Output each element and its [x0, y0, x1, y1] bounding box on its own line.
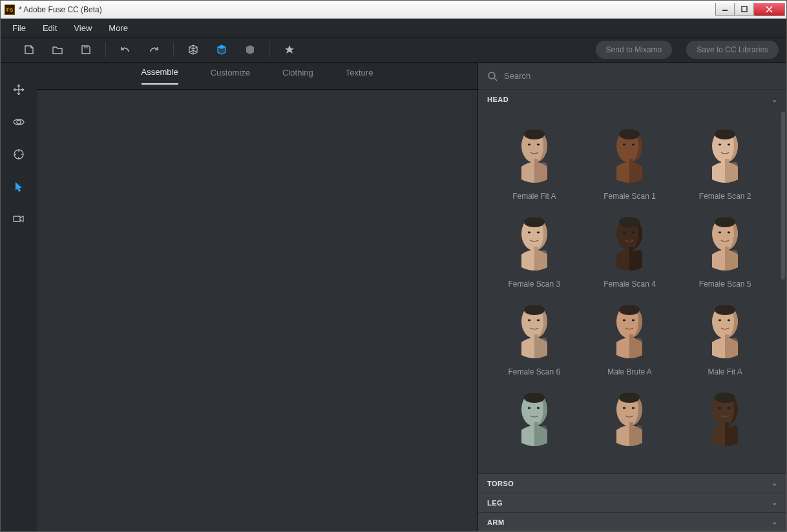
- menubar: File Edit View More: [1, 19, 786, 37]
- svg-rect-28: [534, 247, 538, 257]
- toolbar-cube-solid-button[interactable]: [240, 39, 260, 60]
- head-thumb-icon: [511, 210, 558, 272]
- window-close-button[interactable]: [754, 3, 785, 16]
- chevron-down-icon: ⌄: [771, 498, 778, 507]
- svg-point-41: [719, 232, 721, 234]
- toolbar-favorite-button[interactable]: [279, 39, 300, 60]
- svg-point-54: [632, 320, 635, 322]
- toolbar-cube-shaded-button[interactable]: [211, 39, 232, 60]
- svg-point-20: [715, 129, 735, 139]
- svg-point-8: [524, 129, 545, 139]
- toolbar: Send to Mixamo Save to CC Libraries: [1, 37, 786, 63]
- asset-label: Female Scan 6: [508, 367, 560, 376]
- svg-rect-70: [629, 422, 633, 433]
- svg-point-71: [623, 407, 625, 409]
- category-leg[interactable]: LEG ⌄: [478, 493, 786, 512]
- asset-label: Female Scan 2: [699, 192, 751, 201]
- separator: [105, 42, 106, 57]
- scrollbar-thumb[interactable]: [781, 112, 785, 280]
- svg-point-44: [524, 305, 545, 315]
- menu-view[interactable]: View: [67, 21, 98, 36]
- menu-file[interactable]: File: [6, 21, 32, 36]
- asset-item[interactable]: Female Scan 3: [488, 205, 580, 289]
- svg-point-18: [632, 144, 635, 146]
- tool-target[interactable]: [10, 145, 28, 163]
- svg-point-66: [537, 407, 540, 409]
- tab-texture[interactable]: Texture: [346, 68, 373, 84]
- toolbar-new-button[interactable]: [19, 39, 39, 60]
- folder-icon: [52, 44, 63, 56]
- asset-label: Female Scan 1: [603, 192, 656, 201]
- asset-item[interactable]: Female Scan 1: [584, 117, 676, 201]
- tool-camera[interactable]: [10, 210, 28, 228]
- search-input[interactable]: [504, 71, 777, 81]
- svg-point-62: [524, 393, 545, 403]
- svg-rect-46: [534, 334, 538, 345]
- svg-rect-10: [534, 159, 538, 169]
- category-arm[interactable]: ARM ⌄: [478, 512, 786, 531]
- category-label: TORSO: [487, 480, 514, 487]
- left-toolstrip: [1, 63, 37, 531]
- category-label: LEG: [487, 499, 503, 507]
- asset-item[interactable]: Female Scan 4: [584, 205, 676, 289]
- viewport-3d[interactable]: [37, 90, 477, 531]
- asset-item[interactable]: Female Fit A: [488, 117, 580, 201]
- svg-point-17: [623, 144, 625, 146]
- toolbar-redo-button[interactable]: [143, 39, 164, 60]
- cube-wire-icon: [187, 44, 199, 56]
- toolbar-open-button[interactable]: [47, 39, 68, 60]
- tab-customize[interactable]: Customize: [211, 68, 250, 84]
- titlebar: Fs * Adobe Fuse CC (Beta): [1, 1, 786, 19]
- svg-point-68: [619, 393, 640, 403]
- category-torso[interactable]: TORSO ⌄: [478, 473, 786, 493]
- head-thumb-icon: [606, 210, 653, 272]
- tool-pointer[interactable]: [10, 178, 28, 196]
- tab-clothing[interactable]: Clothing: [282, 68, 313, 84]
- asset-item[interactable]: [584, 380, 676, 455]
- head-thumb-icon: [702, 298, 748, 360]
- menu-edit[interactable]: Edit: [36, 21, 63, 36]
- tool-orbit[interactable]: [10, 113, 28, 131]
- send-to-mixamo-button[interactable]: Send to Mixamo: [596, 41, 673, 59]
- asset-label: Female Scan 4: [603, 280, 656, 289]
- tool-move[interactable]: [10, 81, 28, 99]
- asset-label: Male Fit A: [708, 367, 742, 376]
- menu-more[interactable]: More: [102, 21, 134, 36]
- minimize-icon: [722, 6, 728, 12]
- asset-item[interactable]: Female Scan 2: [679, 117, 771, 201]
- svg-point-24: [728, 144, 730, 146]
- svg-point-78: [728, 407, 730, 409]
- target-icon: [13, 148, 25, 160]
- svg-point-32: [619, 217, 640, 227]
- tab-assemble[interactable]: Assemble: [142, 67, 178, 85]
- asset-item[interactable]: [488, 380, 580, 455]
- asset-item[interactable]: Female Scan 6: [488, 292, 580, 376]
- asset-item[interactable]: Male Brute A: [584, 292, 676, 376]
- svg-rect-2: [84, 46, 88, 48]
- category-label: HEAD: [487, 96, 509, 103]
- toolbar-undo-button[interactable]: [115, 39, 136, 60]
- toolbar-cube-wire-button[interactable]: [183, 39, 204, 60]
- window-maximize-button[interactable]: [735, 3, 754, 16]
- head-thumb-icon: [511, 123, 558, 185]
- cube-shaded-icon: [216, 44, 227, 56]
- svg-rect-76: [725, 422, 729, 433]
- window-minimize-button[interactable]: [715, 3, 735, 16]
- save-to-libraries-button[interactable]: Save to CC Libraries: [686, 41, 779, 59]
- chevron-down-icon: ⌄: [771, 96, 778, 104]
- window-title: * Adobe Fuse CC (Beta): [19, 5, 715, 14]
- mode-tabs: Assemble Customize Clothing Texture: [37, 63, 477, 90]
- svg-rect-34: [629, 247, 633, 257]
- svg-point-59: [719, 320, 721, 322]
- asset-item[interactable]: Female Scan 5: [679, 205, 771, 289]
- asset-item[interactable]: Male Fit A: [679, 292, 771, 376]
- toolbar-save-button[interactable]: [76, 39, 96, 60]
- svg-point-14: [619, 129, 640, 139]
- svg-point-23: [719, 144, 721, 146]
- category-head[interactable]: HEAD ⌄: [478, 90, 786, 109]
- asset-scroll[interactable]: Female Fit A Female Scan 1 Female Scan 2: [478, 109, 786, 473]
- svg-point-26: [524, 217, 545, 227]
- camera-icon: [12, 214, 25, 224]
- head-thumb-icon: [702, 123, 748, 185]
- asset-item[interactable]: [679, 380, 771, 455]
